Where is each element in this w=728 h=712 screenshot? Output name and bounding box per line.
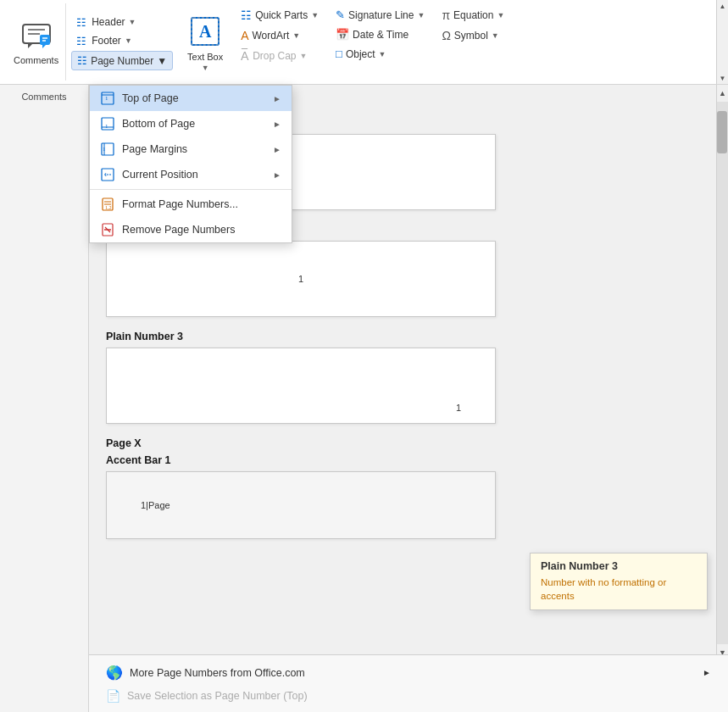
drop-cap-button[interactable]: A̅ Drop Cap ▼ — [239, 47, 320, 64]
bottom-of-page-icon: 1 — [100, 116, 115, 131]
menu-item-format-page-numbers[interactable]: 1,2 Format Page Numbers... — [90, 192, 292, 217]
text-box-dropdown-arrow: ▼ — [202, 64, 209, 72]
date-icon: 📅 — [336, 28, 349, 41]
bottom-of-page-arrow: ► — [273, 120, 281, 129]
header-button[interactable]: ☷ Header ▼ — [71, 14, 173, 31]
object-arrow: ▼ — [379, 50, 386, 58]
save-selection-icon: 📄 — [106, 689, 120, 703]
text-box-icon: A — [186, 13, 224, 50]
date-time-button[interactable]: 📅 Date & Time — [334, 26, 426, 42]
plain-number-3-title: Plain Number 3 — [106, 331, 703, 342]
comments-panel: Comments — [0, 85, 89, 712]
footer-chevron: ▼ — [125, 36, 132, 45]
object-icon: □ — [336, 47, 342, 60]
svg-text:A: A — [199, 22, 212, 41]
header-icon: ☷ — [75, 15, 88, 29]
tooltip-title: Plain Number 3 — [541, 560, 697, 572]
drop-cap-arrow: ▼ — [299, 52, 307, 60]
page-number-chevron: ▼ — [157, 55, 167, 67]
svg-marker-7 — [42, 45, 46, 48]
gallery-scroll-track — [717, 102, 729, 644]
plain-number-3-preview[interactable]: 1 — [106, 348, 496, 424]
sig-date-section: ✎ Signature Line ▼ 📅 Date & Time □ Objec… — [327, 3, 433, 81]
gallery-scroll-thumb[interactable] — [717, 111, 727, 153]
equation-icon: π — [442, 8, 450, 22]
top-of-page-arrow: ► — [273, 94, 281, 103]
more-page-numbers-icon: 🌎 — [106, 665, 123, 681]
text-box-label: Text Box — [187, 52, 223, 62]
signature-icon: ✎ — [336, 8, 345, 21]
symbol-button[interactable]: Ω Symbol ▼ — [440, 27, 506, 44]
comments-panel-label: Comments — [21, 92, 66, 102]
menu-item-top-of-page[interactable]: 1 Top of Page ► — [90, 86, 292, 111]
ribbon-scrollbar: ▲ ▼ — [716, 0, 728, 84]
more-page-numbers-button[interactable]: 🌎 More Page Numbers from Office.com ► — [103, 660, 714, 685]
text-box-section: A Text Box ▼ — [178, 3, 232, 81]
save-selection-button: 📄 Save Selection as Page Number (Top) — [103, 685, 714, 707]
page-x-label: Page X — [106, 437, 703, 449]
sig-arrow: ▼ — [417, 11, 425, 19]
gallery-scrollbar: ▲ ▼ — [716, 85, 728, 661]
signature-line-button[interactable]: ✎ Signature Line ▼ — [334, 7, 426, 23]
comment-icon — [19, 19, 53, 53]
menu-divider-1 — [90, 189, 292, 190]
wordart-arrow: ▼ — [292, 31, 300, 40]
svg-text:1: 1 — [105, 123, 108, 130]
eq-arrow: ▼ — [497, 11, 504, 19]
remove-page-numbers-icon — [100, 222, 115, 237]
current-position-arrow: ► — [273, 170, 281, 180]
footer-icon: ☷ — [75, 34, 88, 47]
plain-number-2-value: 1 — [298, 274, 303, 284]
tooltip-description: Number with no formatting or accents — [541, 576, 697, 603]
page-margins-icon: 1 — [100, 142, 115, 157]
page-number-icon: ☷ — [77, 54, 87, 67]
accent-bar-1-value: 1|Page — [141, 500, 170, 510]
drop-cap-icon: A̅ — [241, 49, 249, 63]
footer-button[interactable]: ☷ Footer ▼ — [71, 32, 173, 49]
menu-item-remove-page-numbers[interactable]: Remove Page Numbers — [90, 217, 292, 242]
svg-text:1,2: 1,2 — [105, 205, 112, 210]
symbol-icon: Ω — [442, 29, 450, 42]
header-chevron: ▼ — [129, 18, 136, 26]
page-number-dropdown: 1 Top of Page ► 1 Bottom of Page ► 1 Pag… — [89, 85, 292, 243]
menu-item-page-margins[interactable]: 1 Page Margins ► — [90, 136, 292, 162]
svg-marker-3 — [28, 43, 33, 48]
accent-bar-1-preview[interactable]: 1|Page — [106, 471, 496, 539]
quick-parts-icon: ☷ — [241, 8, 252, 22]
quick-parts-button[interactable]: ☷ Quick Parts ▼ — [239, 7, 320, 24]
plain-number-2-preview[interactable]: 1 — [106, 241, 496, 317]
ribbon-scroll-down[interactable]: ▼ — [717, 72, 729, 84]
quick-parts-arrow: ▼ — [311, 11, 319, 19]
sym-arrow: ▼ — [492, 31, 499, 40]
comments-label: Comments — [14, 55, 58, 65]
eq-sym-section: π Equation ▼ Ω Symbol ▼ — [433, 3, 513, 81]
menu-item-bottom-of-page[interactable]: 1 Bottom of Page ► — [90, 111, 292, 136]
gallery-bottom-bar: 🌎 More Page Numbers from Office.com ► 📄 … — [89, 654, 728, 712]
plain-number-3-value: 1 — [456, 403, 461, 413]
ribbon: Comments ☷ Header ▼ ☷ Footer ▼ ☷ Page Nu… — [0, 0, 728, 85]
more-page-numbers-arrow: ► — [703, 668, 711, 677]
equation-button[interactable]: π Equation ▼ — [440, 7, 506, 24]
svg-rect-4 — [40, 35, 50, 45]
tooltip-box: Plain Number 3 Number with no formatting… — [530, 553, 708, 610]
comments-section: Comments — [7, 3, 66, 81]
page-number-button[interactable]: ☷ Page Number ▼ — [71, 51, 173, 70]
gallery-scroll-up[interactable]: ▲ — [717, 85, 729, 102]
object-button[interactable]: □ Object ▼ — [334, 46, 426, 62]
page-margins-arrow: ► — [273, 145, 281, 154]
quick-parts-section: ☷ Quick Parts ▼ A WordArt ▼ A̅ Drop Cap … — [232, 3, 327, 81]
top-of-page-icon: 1 — [100, 91, 115, 106]
wordart-icon: A — [241, 29, 248, 42]
header-footer-group: ☷ Header ▼ ☷ Footer ▼ ☷ Page Number ▼ — [66, 3, 178, 81]
ribbon-scroll-up[interactable]: ▲ — [717, 0, 729, 12]
current-position-icon: 1 — [100, 167, 115, 182]
format-page-numbers-icon: 1,2 — [100, 197, 115, 212]
wordart-button[interactable]: A WordArt ▼ — [239, 27, 320, 44]
plain-number-3-item[interactable]: Plain Number 3 1 — [106, 331, 703, 424]
accent-bar-1-title: Accent Bar 1 — [106, 454, 703, 466]
svg-text:1: 1 — [105, 95, 108, 102]
menu-item-current-position[interactable]: 1 Current Position ► — [90, 162, 292, 187]
accent-bar-1-item[interactable]: Accent Bar 1 1|Page — [106, 454, 703, 539]
